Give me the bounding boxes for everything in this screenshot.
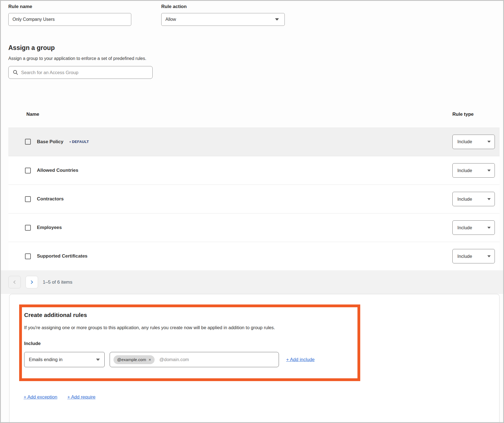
rule-type-select[interactable]: Include bbox=[452, 249, 495, 263]
add-exception-link[interactable]: + Add exception bbox=[24, 394, 57, 400]
group-name: Base Policy bbox=[37, 139, 63, 145]
rule-type-select[interactable]: Include bbox=[452, 192, 495, 206]
chip-remove-icon[interactable]: × bbox=[148, 357, 151, 362]
search-icon bbox=[13, 70, 18, 75]
rule-type-value: Include bbox=[457, 139, 472, 144]
table-row: Supported Certificates Include bbox=[8, 242, 500, 270]
include-rule-row: Emails ending in @example.com × @domain.… bbox=[24, 352, 351, 367]
rule-type-value: Include bbox=[457, 168, 472, 173]
column-header-rule-type: Rule type bbox=[452, 112, 500, 117]
rule-action-field-group: Rule action Allow bbox=[161, 4, 285, 26]
rule-action-select[interactable]: Allow bbox=[161, 13, 285, 26]
rule-name-field-group: Rule name bbox=[8, 4, 131, 26]
column-header-name: Name bbox=[8, 112, 452, 117]
rule-type-select[interactable]: Include bbox=[452, 135, 495, 149]
chevron-left-icon bbox=[13, 280, 17, 284]
create-additional-rules-description: If you're assigning one or more groups t… bbox=[24, 325, 351, 330]
table-pagination: 1–5 of 6 items bbox=[0, 270, 504, 294]
rule-name-label: Rule name bbox=[8, 4, 131, 9]
create-additional-rules-title: Create additional rules bbox=[24, 312, 351, 318]
rule-type-select[interactable]: Include bbox=[452, 220, 495, 235]
chevron-down-icon bbox=[487, 141, 491, 143]
chevron-right-icon bbox=[29, 280, 33, 284]
add-require-link[interactable]: + Add require bbox=[67, 394, 95, 400]
email-domain-input[interactable]: @example.com × @domain.com bbox=[110, 352, 279, 367]
rule-type-value: Include bbox=[457, 225, 472, 230]
add-include-link[interactable]: + Add include bbox=[286, 357, 315, 362]
chevron-down-icon bbox=[487, 227, 491, 229]
chevron-down-icon bbox=[96, 359, 100, 361]
chip-label: @example.com bbox=[117, 357, 146, 362]
assign-group-description: Assign a group to your application to en… bbox=[8, 56, 500, 61]
chevron-down-icon bbox=[487, 170, 491, 172]
chevron-down-icon bbox=[275, 18, 279, 21]
group-name: Supported Certificates bbox=[37, 253, 87, 259]
default-badge: • DEFAULT bbox=[69, 140, 89, 144]
rule-selector-select[interactable]: Emails ending in bbox=[24, 352, 105, 367]
group-name: Allowed Countries bbox=[37, 168, 78, 173]
access-group-search[interactable] bbox=[8, 66, 153, 79]
group-name: Contractors bbox=[37, 196, 64, 202]
group-name: Employees bbox=[37, 225, 62, 230]
rule-type-value: Include bbox=[457, 197, 472, 202]
rule-name-input[interactable] bbox=[8, 13, 131, 26]
rule-selector-value: Emails ending in bbox=[29, 357, 62, 362]
access-groups-table: Name Rule type Base Policy • DEFAULT Inc… bbox=[8, 101, 500, 270]
pagination-prev-button[interactable] bbox=[8, 276, 21, 288]
rule-type-value: Include bbox=[457, 254, 472, 259]
additional-rules-card: Create additional rules If you're assign… bbox=[9, 294, 500, 423]
row-checkbox-allowed-countries[interactable] bbox=[25, 168, 31, 173]
row-checkbox-supported-certificates[interactable] bbox=[25, 253, 31, 259]
pagination-next-button[interactable] bbox=[26, 276, 38, 288]
rule-type-select[interactable]: Include bbox=[452, 163, 495, 178]
rule-action-value: Allow bbox=[165, 17, 176, 22]
row-checkbox-contractors[interactable] bbox=[25, 196, 31, 202]
row-checkbox-employees[interactable] bbox=[25, 225, 31, 231]
chevron-down-icon bbox=[487, 255, 491, 257]
footer-links: + Add exception + Add require bbox=[24, 394, 499, 400]
rule-action-label: Rule action bbox=[161, 4, 285, 9]
email-domain-placeholder: @domain.com bbox=[159, 357, 189, 362]
search-input[interactable] bbox=[21, 70, 152, 75]
table-row: Employees Include bbox=[8, 213, 500, 242]
table-header: Name Rule type bbox=[8, 101, 500, 127]
rule-form: Rule name Rule action Allow bbox=[8, 4, 500, 26]
email-domain-chip: @example.com × bbox=[114, 355, 155, 364]
create-additional-rules-highlight: Create additional rules If you're assign… bbox=[19, 304, 360, 381]
pagination-status: 1–5 of 6 items bbox=[43, 280, 72, 285]
chevron-down-icon bbox=[487, 198, 491, 200]
include-label: Include bbox=[24, 341, 351, 346]
table-row: Allowed Countries Include bbox=[8, 156, 500, 185]
access-policy-page: Rule name Rule action Allow Assign a gro… bbox=[0, 0, 504, 423]
row-checkbox-base-policy[interactable] bbox=[25, 139, 31, 145]
table-row: Base Policy • DEFAULT Include bbox=[8, 127, 500, 156]
table-row: Contractors Include bbox=[8, 185, 500, 213]
assign-group-title: Assign a group bbox=[8, 44, 500, 52]
